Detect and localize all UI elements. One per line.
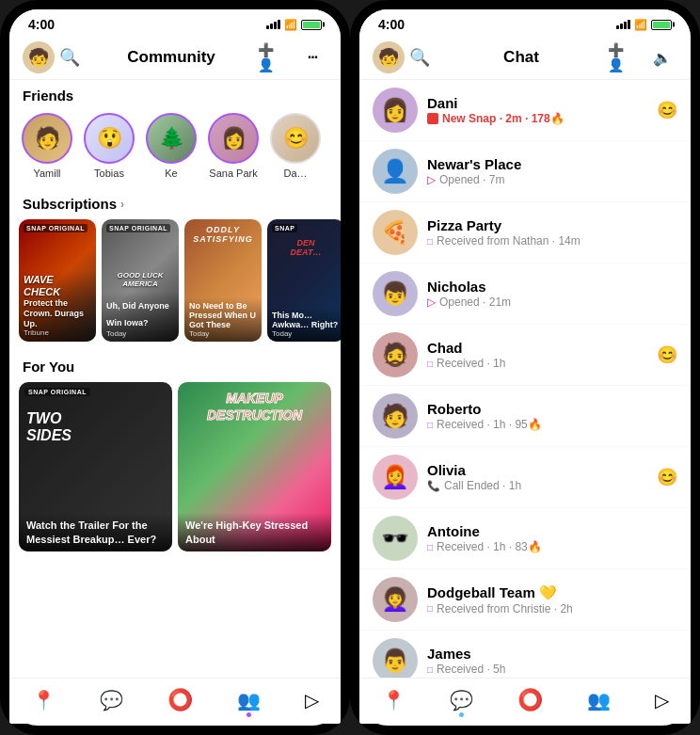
signal-icon: [616, 20, 630, 29]
received-icon: □: [427, 420, 433, 430]
avatar: 🧑: [373, 393, 418, 439]
avatar: 🌲: [146, 113, 197, 164]
bottom-nav-left: 📍 💬 ⭕ 👥 ▷: [9, 678, 341, 724]
nav-discover[interactable]: ▷: [295, 687, 328, 713]
nav-discover[interactable]: ▷: [645, 687, 678, 713]
list-item[interactable]: WAVE CHECK Protect the Crown. Durags Up.…: [19, 219, 96, 342]
list-item[interactable]: SNAP DENDEAT… This Mo… Awkwa… Right? Tod…: [267, 219, 341, 342]
list-item[interactable]: 🧑 Roberto □ Received · 1h · 95🔥: [359, 386, 691, 447]
received-icon: □: [427, 542, 433, 552]
avatar[interactable]: 🧒: [373, 41, 405, 73]
chat-emoji: 😊: [657, 344, 677, 365]
status-bar-right: 4:00 📶: [359, 9, 691, 36]
avatar: 👩: [373, 88, 418, 133]
status-icons-left: 📶: [266, 19, 322, 31]
nav-map[interactable]: 📍: [23, 687, 65, 713]
call-ended-icon: 📞: [427, 480, 440, 492]
chat-info: James □ Received · 5h: [427, 646, 677, 676]
list-item[interactable]: 😊 Da…: [267, 113, 324, 179]
avatar: 👩‍🦰: [373, 455, 418, 500]
list-item[interactable]: 👩 Dani New Snap · 2m · 178🔥 😊: [359, 80, 691, 141]
list-item[interactable]: 👩 Sana Park: [205, 113, 262, 179]
chat-info: Dani New Snap · 2m · 178🔥: [427, 95, 647, 125]
snap-original-badge: SNAP ORIGINAL: [24, 224, 88, 232]
avatar: 👨: [373, 638, 418, 683]
snap-original-badge: SNAP ORIGINAL: [24, 388, 90, 396]
search-icon[interactable]: 🔍: [55, 42, 85, 72]
friends-row: 🧑 Yamill 😲 Tobias 🌲 Ke 👩 Sana Park 😊: [9, 107, 341, 188]
wifi-icon: 📶: [284, 19, 297, 31]
status-bar-left: 4:00 📶: [9, 9, 341, 36]
left-scroll-content: Friends 🧑 Yamill 😲 Tobias 🌲 Ke 👩 Sana Pa…: [9, 80, 341, 726]
nav-map[interactable]: 📍: [373, 687, 415, 713]
list-item[interactable]: GOOD LUCK AMERICA SNAP ORIGINAL Uh, Did …: [102, 219, 179, 342]
avatar: 🍕: [373, 210, 418, 255]
chat-info: Roberto □ Received · 1h · 95🔥: [427, 401, 677, 431]
avatar: 👤: [373, 149, 418, 194]
right-phone: 4:00 📶 🧒 🔍 Chat ➕👤 🔈: [350, 0, 700, 735]
left-phone: 4:00 📶 🧒 🔍 Community ➕👤 ··: [0, 0, 350, 735]
friend-name: Sana Park: [205, 168, 262, 179]
friend-name: Tobias: [81, 168, 137, 179]
chat-info: Newar's Place ▷ Opened · 7m: [427, 156, 677, 186]
list-item[interactable]: 🕶️ Antoine □ Received · 1h · 83🔥: [359, 508, 691, 569]
chat-list: 👩 Dani New Snap · 2m · 178🔥 😊 👤 Newa: [359, 80, 691, 692]
nav-community[interactable]: 👥: [228, 687, 270, 713]
friends-section-title: Friends: [9, 80, 341, 107]
list-item[interactable]: 🌲 Ke: [143, 113, 199, 179]
chat-scroll-content: 👩 Dani New Snap · 2m · 178🔥 😊 👤 Newa: [359, 80, 691, 726]
avatar: 😊: [270, 113, 321, 164]
battery-icon: [651, 20, 672, 30]
community-header: 🧒 🔍 Community ➕👤 ···: [9, 36, 341, 80]
speaker-icon[interactable]: 🔈: [647, 42, 677, 72]
list-item[interactable]: MAKEUPDESTRUCTION We're High-Key Stresse…: [178, 382, 331, 551]
nav-chat[interactable]: 💬: [440, 687, 483, 713]
more-icon[interactable]: ···: [297, 42, 327, 72]
avatar: 😲: [84, 113, 135, 164]
snap-original-badge: SNAP ORIGINAL: [106, 224, 170, 232]
chat-info: Chad □ Received · 1h: [427, 340, 647, 370]
subscriptions-arrow-icon: ›: [120, 198, 124, 211]
avatar[interactable]: 🧒: [23, 41, 55, 73]
search-icon[interactable]: 🔍: [405, 42, 435, 72]
chat-info: Nicholas ▷ Opened · 21m: [427, 279, 677, 309]
list-item[interactable]: 😲 Tobias: [81, 113, 137, 179]
snap-badge: SNAP: [272, 224, 297, 232]
nav-camera[interactable]: ⭕: [158, 686, 202, 714]
for-you-grid: SNAP ORIGINAL TWOSIDES Watch the Trailer…: [9, 378, 341, 608]
signal-icon: [266, 20, 280, 29]
chat-emoji: 😊: [657, 100, 677, 120]
battery-icon: [301, 20, 322, 30]
chat-info: Olivia 📞 Call Ended · 1h: [427, 462, 647, 492]
list-item[interactable]: 👩‍🦱 Dodgeball Team 💛 □ Received from Chr…: [359, 569, 691, 631]
nav-friends[interactable]: 👥: [578, 687, 620, 713]
subscriptions-section-title: Subscriptions ›: [9, 188, 341, 216]
list-item[interactable]: 👩‍🦰 Olivia 📞 Call Ended · 1h 😊: [359, 447, 691, 508]
opened-icon: ▷: [427, 173, 436, 186]
list-item[interactable]: SNAP ORIGINAL TWOSIDES Watch the Trailer…: [19, 382, 172, 551]
new-snap-badge: [427, 113, 438, 124]
list-item[interactable]: ODDLYSATISFYING No Need to Be Pressed Wh…: [184, 219, 262, 342]
page-title: Community: [85, 48, 258, 67]
list-item[interactable]: 🧔 Chad □ Received · 1h 😊: [359, 325, 691, 386]
add-friend-icon[interactable]: ➕👤: [608, 42, 638, 72]
list-item[interactable]: 👤 Newar's Place ▷ Opened · 7m: [359, 141, 691, 202]
received-icon: □: [427, 236, 433, 247]
status-icons-right: 📶: [616, 19, 672, 31]
add-friend-icon[interactable]: ➕👤: [258, 42, 288, 72]
nav-chat[interactable]: 💬: [90, 687, 133, 713]
list-item[interactable]: 👦 Nicholas ▷ Opened · 21m: [359, 264, 691, 325]
header-actions: ➕👤 🔈: [608, 42, 677, 72]
avatar: 👩‍🦱: [373, 577, 418, 622]
opened-icon: ▷: [427, 296, 436, 309]
friend-name: Ke: [143, 168, 199, 179]
time-right: 4:00: [378, 17, 405, 32]
list-item[interactable]: 🧑 Yamill: [19, 113, 75, 179]
list-item[interactable]: 🍕 Pizza Party □ Received from Nathan · 1…: [359, 202, 691, 264]
received-icon: □: [427, 603, 433, 614]
header-actions: ➕👤 ···: [258, 42, 327, 72]
nav-camera[interactable]: ⭕: [508, 686, 552, 714]
chat-emoji: 😊: [657, 467, 677, 487]
bottom-nav-right: 📍 💬 ⭕ 👥 ▷: [359, 678, 691, 724]
time-left: 4:00: [28, 17, 55, 32]
